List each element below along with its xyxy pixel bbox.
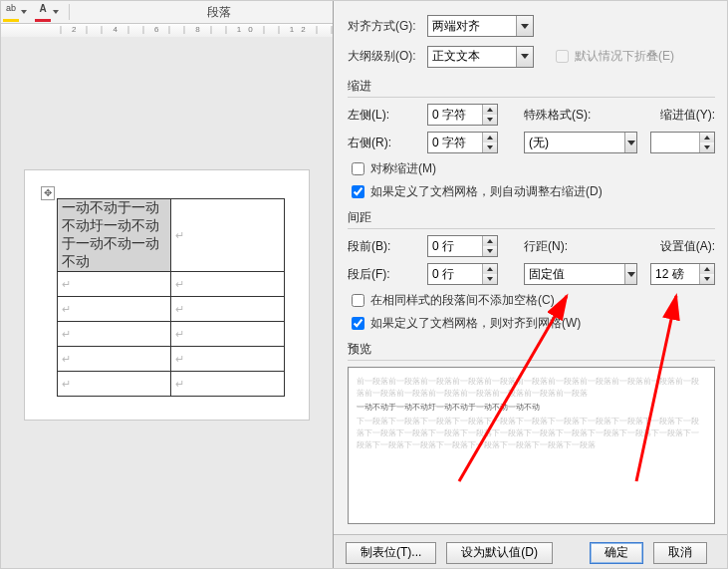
alignment-combo[interactable] <box>427 15 534 37</box>
cancel-button[interactable]: 取消 <box>653 542 707 564</box>
indent-value-input[interactable] <box>651 133 699 152</box>
collapsed-by-default-checkbox <box>556 50 569 63</box>
separator <box>69 4 70 20</box>
table-move-handle-icon[interactable]: ✥ <box>41 186 55 200</box>
table-cell[interactable]: ↵ <box>171 297 285 322</box>
space-after-spinner[interactable] <box>427 263 498 285</box>
ribbon-group-label: 段落 <box>207 4 231 21</box>
spin-up-icon[interactable] <box>483 133 497 142</box>
table-cell[interactable]: ↵ <box>171 347 285 372</box>
indent-right-spinner[interactable] <box>427 132 498 153</box>
chevron-down-icon[interactable] <box>516 16 533 36</box>
preview-group-title: 预览 <box>348 341 715 358</box>
mirror-indents-label: 对称缩进(M) <box>370 160 436 177</box>
spin-down-icon[interactable] <box>483 246 497 256</box>
outline-level-combo[interactable] <box>427 46 534 68</box>
spin-up-icon[interactable] <box>700 133 714 142</box>
grid-auto-indent-label: 如果定义了文档网格，则自动调整右缩进(D) <box>370 183 603 200</box>
indent-value-label: 缩进值(Y): <box>645 107 715 124</box>
indent-value-spinner[interactable] <box>650 132 715 153</box>
preview-filler-after: 下一段落下一段落下一段落下一段落下一段落下一段落下一段落下一段落下一段落下一段落… <box>357 416 706 451</box>
special-format-combo[interactable] <box>524 132 637 153</box>
spin-down-icon[interactable] <box>700 142 714 152</box>
spin-up-icon[interactable] <box>483 105 497 115</box>
paragraph-dialog: 对齐方式(G): 大纲级别(O): 默认情况下折叠(E) 缩进 <box>333 1 728 569</box>
set-at-spinner[interactable] <box>650 263 715 285</box>
set-at-label: 设置值(A): <box>645 238 715 255</box>
spin-down-icon[interactable] <box>700 274 714 284</box>
indent-left-label: 左侧(L): <box>348 107 427 124</box>
dialog-button-bar: 制表位(T)... 设为默认值(D) 确定 取消 <box>334 534 728 569</box>
chevron-down-icon[interactable] <box>51 10 61 14</box>
preview-box: 前一段落前一段落前一段落前一段落前一段落前一段落前一段落前一段落前一段落前一段落… <box>348 367 715 524</box>
preview-filler-before: 前一段落前一段落前一段落前一段落前一段落前一段落前一段落前一段落前一段落前一段落… <box>357 376 706 400</box>
line-spacing-combo[interactable] <box>524 263 637 285</box>
ribbon-strip: ab A 段落 <box>1 1 333 24</box>
table-cell[interactable]: ↵ <box>58 347 171 372</box>
spacing-group-title: 间距 <box>348 209 715 226</box>
spin-down-icon[interactable] <box>483 274 497 284</box>
indent-left-spinner[interactable] <box>427 104 498 126</box>
chevron-down-icon[interactable] <box>19 10 29 14</box>
font-color-icon[interactable]: A <box>35 3 51 22</box>
set-at-value[interactable] <box>651 264 699 284</box>
special-format-value[interactable] <box>525 134 624 151</box>
snap-to-grid-checkbox[interactable] <box>352 317 364 330</box>
document-table[interactable]: 一动不动于一动不动圩一动不动于一动不动一动不动↵ ↵↵ ↵↵ ↵↵ ↵↵ ↵↵ <box>57 198 285 397</box>
no-space-same-style-checkbox[interactable] <box>352 294 364 307</box>
space-before-value[interactable] <box>428 236 482 256</box>
spin-up-icon[interactable] <box>700 264 714 274</box>
table-cell[interactable]: ↵ <box>171 272 285 297</box>
space-before-label: 段前(B): <box>348 238 427 255</box>
space-after-value[interactable] <box>428 264 482 284</box>
table-cell[interactable]: ↵ <box>58 322 171 347</box>
chevron-down-icon[interactable] <box>624 133 636 152</box>
spin-down-icon[interactable] <box>483 115 497 125</box>
no-space-same-style-label: 在相同样式的段落间不添加空格(C) <box>370 292 555 309</box>
alignment-label: 对齐方式(G): <box>348 18 427 35</box>
mirror-indents-checkbox[interactable] <box>352 162 364 175</box>
outline-level-label: 大纲级别(O): <box>348 48 427 65</box>
ok-button[interactable]: 确定 <box>590 542 643 564</box>
spin-up-icon[interactable] <box>483 236 497 246</box>
chevron-down-icon[interactable] <box>624 264 636 284</box>
table-cell[interactable]: ↵ <box>58 372 171 397</box>
line-spacing-value[interactable] <box>525 265 624 283</box>
spin-up-icon[interactable] <box>483 264 497 274</box>
table-cell-selected[interactable]: 一动不动于一动不动圩一动不动于一动不动一动不动 <box>58 199 171 272</box>
space-before-spinner[interactable] <box>427 235 498 257</box>
indent-right-value[interactable] <box>428 133 482 152</box>
snap-to-grid-label: 如果定义了文档网格，则对齐到网格(W) <box>370 315 581 332</box>
tabs-button[interactable]: 制表位(T)... <box>346 542 436 564</box>
table-cell[interactable]: ↵ <box>171 199 285 272</box>
preview-main-text: 一动不动于一动不动圩一动不动于一动不动一动不动 <box>357 402 706 414</box>
chevron-down-icon[interactable] <box>516 47 533 67</box>
indent-left-value[interactable] <box>428 105 482 125</box>
table-cell[interactable]: ↵ <box>58 272 171 297</box>
set-default-button[interactable]: 设为默认值(D) <box>446 542 553 564</box>
line-spacing-label: 行距(N): <box>524 238 604 255</box>
special-format-label: 特殊格式(S): <box>524 107 604 124</box>
grid-auto-indent-checkbox[interactable] <box>352 185 364 198</box>
highlight-color-icon[interactable]: ab <box>3 3 19 22</box>
space-after-label: 段后(F): <box>348 266 427 283</box>
alignment-value[interactable] <box>428 17 516 35</box>
table-cell[interactable]: ↵ <box>58 297 171 322</box>
table-cell[interactable]: ↵ <box>171 372 285 397</box>
indent-right-label: 右侧(R): <box>348 135 427 151</box>
table-cell[interactable]: ↵ <box>171 322 285 347</box>
spin-down-icon[interactable] <box>483 142 497 152</box>
document-editor-area: ab A 段落 ｜2｜｜4｜｜6｜｜8｜｜10｜｜12｜｜14 ✥ 一动不动于一… <box>1 1 333 569</box>
collapsed-by-default-label: 默认情况下折叠(E) <box>575 48 674 65</box>
indent-group-title: 缩进 <box>348 78 715 95</box>
outline-level-value[interactable] <box>428 48 516 66</box>
